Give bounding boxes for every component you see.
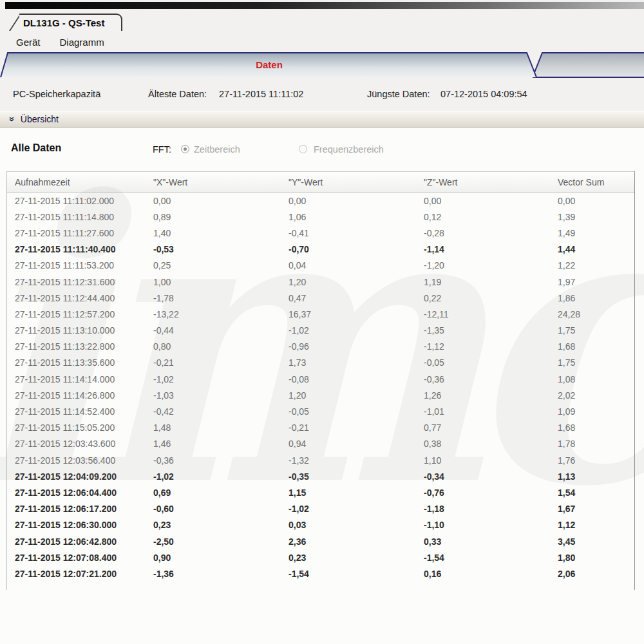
table-row[interactable]: 27-11-2015 11:12:44.400-1,780,470,221,86: [7, 290, 634, 306]
col-header-y-wert[interactable]: "Y"-Wert: [281, 177, 416, 187]
table-row[interactable]: 27-11-2015 11:13:22.8000,80-0,96-1,121,6…: [7, 339, 634, 355]
table-cell: 3,45: [550, 536, 634, 547]
table-cell: 27-11-2015 12:07:08.400: [7, 553, 146, 563]
table-cell: 1,54: [550, 488, 634, 498]
table-row[interactable]: 27-11-2015 11:11:02.0000,000,000,000,00: [7, 193, 634, 209]
table-cell: 27-11-2015 11:12:31.600: [7, 277, 146, 287]
table-cell: -1,02: [281, 504, 416, 514]
table-cell: 1,09: [550, 406, 634, 417]
newest-data-value: 07-12-2015 04:09:54: [440, 89, 527, 99]
main-content: Alle Daten FFT: Zeitbereich Frequenzbere…: [0, 128, 644, 644]
table-cell: 0,33: [416, 536, 550, 547]
info-row: PC-Speicherkapazitä Älteste Daten: 27-11…: [0, 80, 644, 109]
table-cell: 0,16: [416, 569, 550, 579]
table-cell: -0,34: [416, 471, 550, 482]
table-cell: -0,42: [146, 406, 281, 417]
table-cell: -1,02: [146, 374, 281, 384]
table-cell: -1,03: [146, 390, 281, 401]
table-cell: 1,75: [550, 325, 634, 336]
table-row[interactable]: 27-11-2015 11:12:31.6001,001,201,191,97: [7, 274, 634, 290]
table-cell: 0,00: [416, 196, 550, 206]
table-row[interactable]: 27-11-2015 12:03:43.6001,460,940,381,78: [7, 436, 634, 452]
table-cell: 0,00: [281, 196, 416, 206]
table-cell: -0,28: [416, 228, 550, 238]
col-header-z-wert[interactable]: "Z"-Wert: [416, 177, 550, 187]
table-cell: 27-11-2015 12:06:04.400: [7, 488, 146, 498]
table-cell: 27-11-2015 11:12:44.400: [7, 293, 146, 303]
col-header-aufnahmezeit[interactable]: Aufnahmezeit: [7, 177, 146, 187]
table-cell: -0,36: [416, 374, 550, 384]
table-row[interactable]: 27-11-2015 11:11:27.6001,40-0,41-0,281,4…: [7, 225, 634, 241]
table-cell: 1,19: [416, 277, 550, 287]
col-header-x-wert[interactable]: "X"-Wert: [146, 177, 281, 187]
table-row[interactable]: 27-11-2015 12:03:56.400-0,36-1,321,101,7…: [7, 452, 634, 468]
table-cell: 1,86: [550, 293, 634, 303]
table-cell: -0,08: [281, 374, 416, 384]
table-row[interactable]: 27-11-2015 11:11:14.8000,891,060,121,39: [7, 209, 634, 225]
table-cell: -1,02: [146, 471, 281, 482]
table-cell: 1,78: [550, 439, 634, 449]
table-row[interactable]: 27-11-2015 12:07:08.4000,900,23-1,541,80: [7, 549, 634, 565]
table-cell: -1,32: [281, 455, 416, 466]
table-cell: 27-11-2015 11:14:26.800: [7, 390, 146, 401]
table-cell: -13,22: [146, 309, 281, 319]
table-row[interactable]: 27-11-2015 12:06:42.800-2,502,360,333,45: [7, 533, 634, 549]
table-row[interactable]: 27-11-2015 12:06:30.0000,230,03-1,101,12: [7, 517, 634, 533]
table-cell: 27-11-2015 11:11:02.000: [7, 196, 146, 206]
table-cell: 1,73: [281, 357, 416, 368]
menu-bar: Gerät Diagramm: [16, 37, 104, 48]
table-cell: -0,44: [146, 325, 281, 336]
radio-frequenzbereich-label: Frequenzbereich: [314, 144, 384, 155]
col-header-vector-sum[interactable]: Vector Sum: [550, 177, 634, 187]
table-cell: -0,96: [281, 341, 416, 352]
table-row[interactable]: 27-11-2015 12:06:04.4000,691,15-0,761,54: [7, 484, 634, 500]
table-row[interactable]: 27-11-2015 12:04:09.200-1,02-0,35-0,341,…: [7, 468, 634, 484]
table-row[interactable]: 27-11-2015 11:12:57.200-13,2216,37-12,11…: [7, 306, 634, 322]
table-cell: -0,21: [281, 422, 416, 433]
newest-data-label: Jüngste Daten:: [367, 89, 430, 99]
menu-item-geraet[interactable]: Gerät: [16, 37, 41, 48]
table-row[interactable]: 27-11-2015 11:15:05.2001,48-0,210,771,68: [7, 420, 634, 436]
table-row[interactable]: 27-11-2015 11:11:40.400-0,53-0,70-1,141,…: [7, 242, 634, 258]
table-row[interactable]: 27-11-2015 11:14:52.400-0,42-0,05-1,011,…: [7, 403, 634, 419]
table-row[interactable]: 27-11-2015 11:14:26.800-1,031,201,262,02: [7, 387, 634, 403]
table-cell: 27-11-2015 12:03:43.600: [7, 439, 146, 449]
radio-zeitbereich-label: Zeitbereich: [194, 144, 240, 155]
table-row[interactable]: 27-11-2015 11:13:10.000-0,44-1,02-1,351,…: [7, 323, 634, 339]
table-row[interactable]: 27-11-2015 11:13:35.600-0,211,73-0,051,7…: [7, 355, 634, 371]
table-cell: 1,06: [281, 212, 416, 222]
overview-label: Übersicht: [21, 114, 59, 124]
table-cell: -1,12: [416, 341, 550, 352]
table-cell: -0,41: [281, 228, 416, 238]
table-cell: 27-11-2015 11:15:05.200: [7, 422, 146, 433]
table-cell: 27-11-2015 12:07:21.200: [7, 569, 146, 579]
table-row[interactable]: 27-11-2015 11:11:53.2000,250,04-1,201,22: [7, 258, 634, 274]
radio-zeitbereich[interactable]: [181, 145, 189, 153]
table-cell: 27-11-2015 12:06:17.200: [7, 504, 146, 514]
table-cell: 1,68: [550, 422, 634, 433]
table-cell: 1,26: [416, 390, 550, 401]
table-row[interactable]: 27-11-2015 12:06:17.200-0,60-1,02-1,181,…: [7, 501, 634, 517]
table-cell: -0,60: [146, 504, 281, 514]
table-cell: -1,02: [281, 325, 416, 336]
table-cell: 1,39: [550, 212, 634, 222]
table-cell: -0,76: [416, 488, 550, 498]
table-cell: 27-11-2015 12:03:56.400: [7, 455, 146, 466]
chevrons-down-icon: »: [8, 117, 17, 122]
radio-frequenzbereich[interactable]: [299, 145, 307, 153]
table-cell: 1,75: [550, 357, 634, 368]
table-cell: 27-11-2015 11:11:40.400: [7, 244, 146, 254]
table-row[interactable]: 27-11-2015 11:14:14.000-1,02-0,08-0,361,…: [7, 371, 634, 387]
table-cell: 0,90: [146, 553, 281, 563]
table-cell: -1,78: [146, 293, 281, 303]
overview-collapse-bar[interactable]: » Übersicht: [0, 111, 644, 128]
table-cell: -1,36: [146, 569, 281, 579]
window-title-tab[interactable]: DL131G - QS-Test: [19, 14, 122, 31]
menu-item-diagramm[interactable]: Diagramm: [60, 37, 104, 48]
table-cell: -1,18: [416, 504, 550, 514]
tab-next[interactable]: [533, 53, 644, 77]
table-cell: 1,46: [146, 439, 281, 449]
table-cell: 27-11-2015 11:13:22.800: [7, 341, 146, 352]
table-row[interactable]: 27-11-2015 12:07:21.200-1,36-1,540,162,0…: [7, 565, 634, 582]
tab-daten-label[interactable]: Daten: [0, 59, 538, 70]
